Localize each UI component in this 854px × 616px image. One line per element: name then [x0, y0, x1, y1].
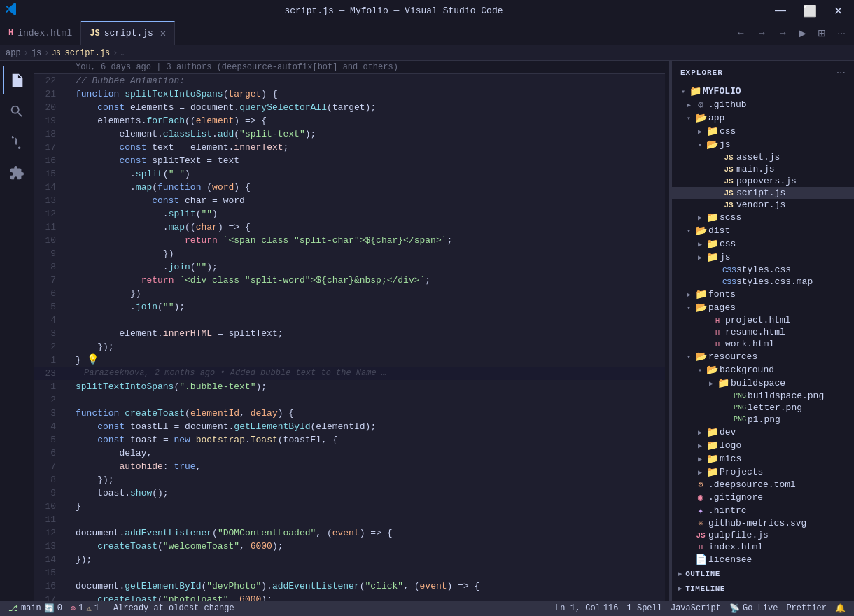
spell-status[interactable]: 1 Spell — [624, 603, 665, 613]
tree-item-gulpfile[interactable]: JS gulpfile.js — [672, 529, 854, 541]
code-line-4: 4 — [34, 314, 665, 327]
tree-item-vendor-js[interactable]: JS vendor.js — [672, 199, 854, 211]
tree-item-p1-png[interactable]: PNG p1.png — [672, 414, 854, 426]
code-line-19: 19 elements.forEach((element) => { — [34, 114, 665, 127]
code-line-11: 11 .map((char) => { — [34, 220, 665, 234]
breadcrumb-js[interactable]: js — [31, 48, 41, 58]
tree-item-asset-js[interactable]: JS asset.js — [672, 151, 854, 163]
tree-item-dev[interactable]: ▶ 📁 dev — [672, 426, 854, 439]
tree-item-scss[interactable]: ▶ 📁 scss — [672, 211, 854, 224]
tree-item-work-html[interactable]: H work.html — [672, 338, 854, 350]
minimize-button[interactable]: — — [769, 3, 792, 19]
tree-item-index-html[interactable]: H index.html — [672, 541, 854, 553]
tree-item-gitignore[interactable]: ◉ .gitignore — [672, 491, 854, 504]
error-count: 1 — [78, 603, 83, 613]
code-line-22: 22 // Bubbée Animation: — [34, 74, 665, 88]
tree-label-project-html: project.html — [724, 315, 791, 326]
run-button[interactable]: ▶ — [796, 26, 809, 40]
explorer-activity-btn[interactable] — [3, 66, 31, 94]
tree-item-project-html[interactable]: H project.html — [672, 314, 854, 326]
tree-item-script-js[interactable]: JS script.js — [672, 187, 854, 199]
eol-status[interactable]: Already at oldest change — [111, 603, 237, 613]
nav-forward-button[interactable]: → — [775, 26, 790, 40]
tree-item-styles-css-map[interactable]: CSS styles.css.map — [672, 276, 854, 288]
branch-name: main — [21, 603, 41, 613]
asset-js-icon: JS — [722, 153, 735, 162]
tree-item-github-metrics[interactable]: ✳ github-metrics.svg — [672, 517, 854, 529]
tree-item-projects[interactable]: ▶ 📁 Projects — [672, 465, 854, 479]
tree-label-scss: scss — [718, 212, 741, 223]
tree-arrow-github: ▶ — [683, 101, 694, 109]
tree-item-deepsource[interactable]: ⚙ .deepsource.toml — [672, 479, 854, 491]
maximize-button[interactable]: ⬜ — [797, 3, 822, 19]
tree-item-main-js[interactable]: JS main.js — [672, 163, 854, 175]
tree-item-dist[interactable]: ▾ 📂 dist — [672, 224, 854, 237]
tree-item-mics[interactable]: ▶ 📁 mics — [672, 452, 854, 465]
tree-item-background[interactable]: ▾ 📂 background — [672, 363, 854, 377]
tree-item-buildspace[interactable]: ▶ 📁 buildspace — [672, 377, 854, 390]
cursor-position: Ln 1, Col — [555, 603, 601, 613]
tree-root-myfolio[interactable]: ▾ 📁 MYFOLIO — [672, 85, 854, 98]
explorer-more-button[interactable]: ··· — [836, 66, 846, 79]
myfolio-folder-icon: 📁 — [689, 85, 701, 97]
tree-item-resources[interactable]: ▾ 📂 resources — [672, 350, 854, 363]
timeline-section[interactable]: ▶ TIMELINE — [672, 581, 854, 596]
tree-item-popovers-js[interactable]: JS popovers.js — [672, 175, 854, 187]
go-forward-button[interactable]: → — [754, 26, 769, 40]
tree-label-gitignore: .gitignore — [707, 492, 763, 503]
notifications-status[interactable]: 🔔 — [832, 603, 848, 614]
split-editor-button[interactable]: ⊞ — [815, 26, 829, 40]
go-back-button[interactable]: ← — [733, 26, 748, 40]
tree-item-hintrc[interactable]: ✦ .hintrc — [672, 504, 854, 517]
cursor-status[interactable]: Ln 1, Col 116 — [552, 603, 621, 613]
golive-status[interactable]: 📡 Go Live — [727, 603, 780, 614]
tree-item-buildspace-png[interactable]: PNG buildspace.png — [672, 390, 854, 402]
tab-script-js[interactable]: JS script.js ✕ — [81, 21, 175, 46]
licensee-icon: 📄 — [694, 554, 707, 566]
tree-label-letter-png: letter.png — [746, 402, 802, 413]
breadcrumb-file[interactable]: JS script.js — [52, 48, 110, 58]
prettier-status[interactable]: Prettier — [783, 603, 830, 613]
branch-status[interactable]: ⎇ main 🔄 0 — [6, 603, 65, 614]
errors-status[interactable]: ⊗ 1 ⚠ 1 — [68, 603, 102, 614]
git-blame-text: You, 6 days ago | 3 authors (deepsource-… — [76, 62, 398, 72]
outline-section[interactable]: ▶ OUTLINE — [672, 566, 854, 581]
tree-item-pages[interactable]: ▾ 📂 pages — [672, 301, 854, 314]
tree-item-css[interactable]: ▶ 📁 css — [672, 125, 854, 138]
breadcrumb-more[interactable]: … — [120, 48, 125, 58]
tree-item-app[interactable]: ▾ 📂 app — [672, 111, 854, 125]
tree-label-p1-png: p1.png — [746, 414, 780, 425]
tree-item-fonts[interactable]: ▶ 📁 fonts — [672, 288, 854, 301]
deepsource-icon: ⚙ — [694, 479, 707, 490]
tab-index-html[interactable]: H index.html — [0, 21, 81, 46]
extensions-activity-btn[interactable] — [3, 159, 31, 187]
tree-label-buildspace: buildspace — [729, 378, 785, 388]
more-actions-button[interactable]: ··· — [834, 26, 848, 40]
tree-item-licensee[interactable]: 📄 licensee — [672, 553, 854, 566]
error-icon: ⊗ — [71, 603, 76, 614]
search-activity-btn[interactable] — [3, 97, 31, 125]
tree-item-dist-js[interactable]: ▶ 📁 js — [672, 251, 854, 264]
close-button[interactable]: ✕ — [828, 3, 848, 19]
code-line-p2-11: 11 — [34, 513, 665, 526]
pages-folder-icon: 📂 — [694, 302, 707, 314]
tree-item-logo[interactable]: ▶ 📁 logo — [672, 439, 854, 452]
tab-actions: ← → → ▶ ⊞ ··· — [727, 26, 854, 40]
code-area[interactable]: 22 // Bubbée Animation: 21 function spli… — [34, 74, 665, 601]
tree-item-styles-css[interactable]: CSS styles.css — [672, 264, 854, 276]
filetype-status[interactable]: JavaScript — [668, 603, 724, 613]
breadcrumb-app[interactable]: app — [6, 48, 21, 58]
breadcrumb: app › js › JS script.js › … — [0, 46, 854, 61]
source-control-activity-btn[interactable] — [3, 128, 31, 156]
breadcrumb-sep: › — [24, 48, 29, 58]
js-file-icon: JS — [90, 29, 99, 38]
styles-css-icon: CSS — [722, 266, 735, 274]
tree-item-letter-png[interactable]: PNG letter.png — [672, 402, 854, 414]
tab-close-button[interactable]: ✕ — [160, 27, 166, 39]
tree-item-js[interactable]: ▾ 📂 js — [672, 138, 854, 151]
dist-folder-icon: 📂 — [694, 225, 707, 237]
tree-label-styles-css: styles.css — [735, 265, 791, 275]
tree-item-resume-html[interactable]: H resume.html — [672, 326, 854, 338]
tree-item-github[interactable]: ▶ ⚙ .github — [672, 98, 854, 111]
tree-item-dist-css[interactable]: ▶ 📁 css — [672, 237, 854, 251]
